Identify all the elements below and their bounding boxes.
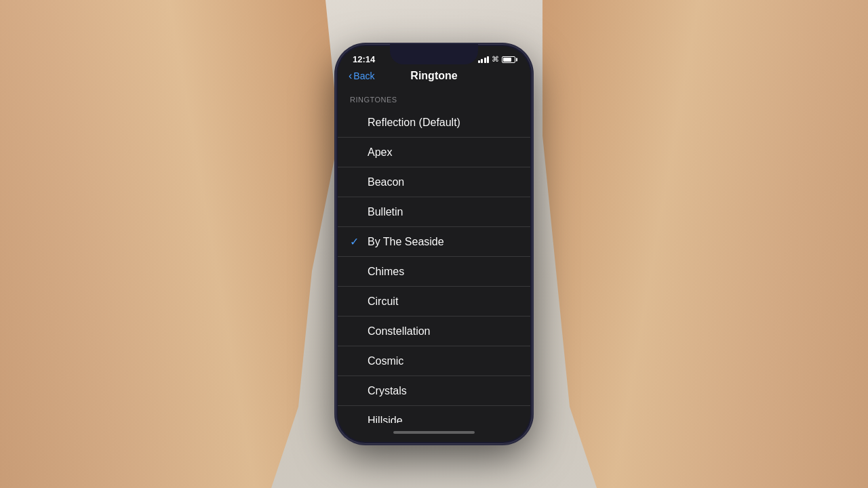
ringtone-name: Circuit (368, 296, 398, 308)
signal-bar-2 (481, 59, 483, 63)
hand-right (529, 0, 868, 488)
signal-bar-4 (487, 56, 489, 63)
ringtone-item-apex[interactable]: Apex (338, 138, 530, 167)
ringtone-name: Hillside (368, 415, 403, 424)
ringtone-name: Crystals (368, 385, 407, 397)
battery-icon (502, 56, 515, 63)
ringtone-name: Reflection (Default) (368, 117, 460, 129)
ringtone-name: Chimes (368, 266, 404, 278)
status-icons: ⌘ (478, 55, 516, 64)
ringtone-name: Bulletin (368, 206, 403, 218)
ringtone-item-circuit[interactable]: Circuit (338, 287, 530, 317)
phone-frame: 12:14 ⌘ ‹ Back Ringtone (336, 44, 532, 444)
ringtone-name: Constellation (368, 325, 431, 338)
ringtone-list[interactable]: Reflection (Default)ApexBeaconBulletin✓B… (338, 108, 530, 423)
ringtone-item-chimes[interactable]: Chimes (338, 257, 530, 287)
phone-screen: 12:14 ⌘ ‹ Back Ringtone (338, 46, 530, 442)
ringtone-item-cosmic[interactable]: Cosmic (338, 346, 530, 376)
home-bar (393, 431, 475, 434)
notch (390, 44, 478, 64)
wifi-icon: ⌘ (492, 55, 499, 64)
ringtone-name: Apex (368, 146, 392, 159)
section-label: RINGTONES (350, 96, 397, 104)
ringtone-name: By The Seaside (368, 236, 444, 248)
hand-left (0, 0, 339, 488)
signal-bar-1 (478, 60, 480, 63)
ringtone-name: Beacon (368, 176, 404, 188)
nav-bar: ‹ Back Ringtone (338, 67, 530, 87)
home-indicator (338, 423, 530, 442)
checkmark-icon: ✓ (350, 235, 361, 248)
ringtone-item-crystals[interactable]: Crystals (338, 376, 530, 406)
back-button[interactable]: ‹ Back (349, 70, 374, 82)
battery-fill (503, 58, 511, 62)
ringtone-item-reflection[interactable]: Reflection (Default) (338, 108, 530, 138)
ringtone-item-by-the-seaside[interactable]: ✓By The Seaside (338, 227, 530, 257)
signal-bars-icon (478, 56, 490, 63)
chevron-left-icon: ‹ (349, 70, 352, 82)
section-header: RINGTONES (338, 87, 530, 108)
ringtone-item-beacon[interactable]: Beacon (338, 167, 530, 197)
status-time: 12:14 (353, 54, 375, 64)
page-title: Ringtone (410, 70, 457, 82)
ringtone-item-constellation[interactable]: Constellation (338, 317, 530, 346)
ringtone-item-bulletin[interactable]: Bulletin (338, 197, 530, 227)
ringtone-item-hillside[interactable]: Hillside (338, 406, 530, 423)
signal-bar-3 (484, 58, 486, 63)
ringtone-name: Cosmic (368, 355, 403, 367)
battery-tip (516, 58, 517, 61)
back-label: Back (353, 70, 374, 81)
